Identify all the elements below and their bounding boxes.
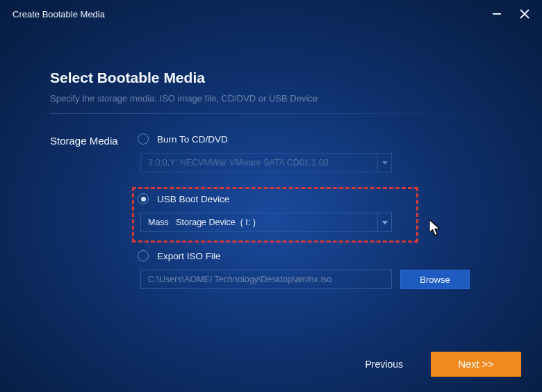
titlebar: Create Bootable Media [0, 0, 542, 28]
radio-row-usb[interactable]: USB Boot Device [138, 193, 492, 204]
dropdown-cd[interactable]: 3:0:0,Y: NECVMWar VMware SATA CD01 1.00 [140, 153, 392, 172]
dropdown-cd-value: 3:0:0,Y: NECVMWar VMware SATA CD01 1.00 [141, 154, 377, 172]
option-iso: Export ISO File C:\Users\AOMEI Technolog… [138, 250, 492, 289]
radio-row-cd[interactable]: Burn To CD/DVD [138, 133, 492, 145]
radio-cd[interactable] [138, 133, 149, 145]
minimize-icon[interactable] [491, 8, 503, 20]
browse-button[interactable]: Browse [400, 270, 470, 289]
chevron-down-icon[interactable] [377, 154, 391, 172]
radio-label-cd: Burn To CD/DVD [157, 134, 228, 145]
content-area: Select Bootable Media Specify the storag… [0, 28, 542, 307]
window-controls [491, 8, 531, 20]
window-title: Create Bootable Media [13, 9, 105, 19]
svg-marker-2 [382, 161, 388, 165]
dropdown-usb-value: Mass Storage Device ( I: ) [141, 213, 377, 231]
page-subtitle: Specify the storage media: ISO image fil… [50, 93, 492, 104]
radio-label-iso: Export ISO File [157, 251, 221, 261]
options-column: Burn To CD/DVD 3:0:0,Y: NECVMWar VMware … [138, 133, 492, 307]
close-icon[interactable] [518, 8, 531, 20]
radio-row-iso[interactable]: Export ISO File [138, 250, 492, 261]
radio-iso[interactable] [138, 250, 149, 261]
svg-marker-3 [382, 221, 388, 224]
storage-media-form: Storage Media Burn To CD/DVD 3:0:0,Y: NE… [50, 133, 492, 307]
divider [50, 113, 492, 114]
previous-button[interactable]: Previous [366, 359, 403, 370]
iso-path-value: C:\Users\AOMEI Technology\Desktop\amlnx.… [141, 270, 391, 288]
option-usb: USB Boot Device Mass Storage Device ( I:… [138, 190, 492, 232]
wizard-footer: Previous Next >> [366, 352, 521, 377]
storage-media-label: Storage Media [50, 133, 138, 307]
radio-label-usb: USB Boot Device [157, 194, 229, 204]
chevron-down-icon[interactable] [377, 213, 391, 231]
next-button[interactable]: Next >> [431, 352, 521, 377]
app-window: Create Bootable Media Select Bootable Me… [0, 0, 542, 392]
page-title: Select Bootable Media [50, 70, 492, 86]
dropdown-usb[interactable]: Mass Storage Device ( I: ) [140, 213, 392, 232]
radio-usb[interactable] [138, 193, 149, 204]
iso-path-row: C:\Users\AOMEI Technology\Desktop\amlnx.… [138, 270, 492, 289]
iso-path-field[interactable]: C:\Users\AOMEI Technology\Desktop\amlnx.… [140, 270, 392, 289]
option-cd-dvd: Burn To CD/DVD 3:0:0,Y: NECVMWar VMware … [138, 133, 492, 172]
